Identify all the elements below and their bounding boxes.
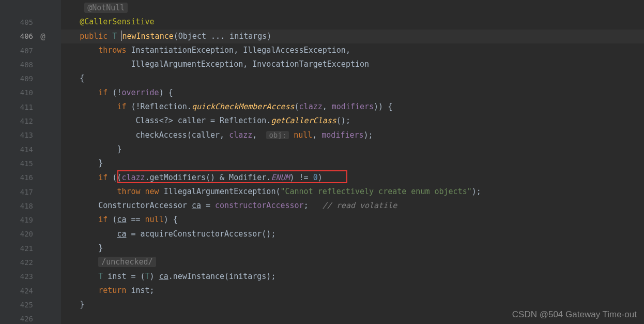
line-num: 410 xyxy=(0,89,50,97)
code: ( xyxy=(295,102,299,111)
constant: ENUM xyxy=(271,173,289,182)
code: , xyxy=(323,102,332,111)
watermark-text: CSDN @504 Gateway Time-out xyxy=(512,310,637,320)
code: (! xyxy=(108,88,121,97)
line-num: 413 xyxy=(0,131,50,139)
code-editor[interactable]: 405 406@ 407 408 409 410 411 412 413 414… xyxy=(0,0,644,324)
type-param: T xyxy=(112,32,117,41)
code-line: if (!Reflection.quickCheckMemberAccess(c… xyxy=(61,100,644,114)
line-num: 422 xyxy=(0,258,50,267)
line-num: 415 xyxy=(0,159,50,168)
code-line: ConstructorAccessor ca = constructorAcce… xyxy=(61,199,644,213)
line-num: 411 xyxy=(0,103,50,111)
comment: // read volatile xyxy=(323,201,397,210)
field: modifiers xyxy=(321,130,363,140)
code: checkAccess(caller, xyxy=(136,130,229,140)
code: == xyxy=(126,215,145,224)
annotation: @CallerSensitive xyxy=(80,17,155,26)
line-num: 424 xyxy=(0,287,50,295)
keyword: if xyxy=(98,88,108,97)
code-line: if (ca == null) { xyxy=(61,213,644,227)
line-num: 412 xyxy=(0,117,50,125)
params: (Object ... initargs) xyxy=(174,32,272,41)
field: override xyxy=(121,88,159,97)
brace: } xyxy=(117,144,121,154)
brace: } xyxy=(98,243,103,253)
code-line: } xyxy=(61,241,644,255)
keyword: return xyxy=(98,286,126,295)
line-number-gutter: 405 406@ 407 408 409 410 411 412 413 414… xyxy=(0,0,50,324)
variable: ca xyxy=(117,229,126,239)
code-line-active: public T newInstance(Object ... initargs… xyxy=(61,30,644,43)
code: inst = ( xyxy=(103,272,145,281)
code-line: throw new IllegalArgumentException("Cann… xyxy=(61,185,644,199)
number: 0 xyxy=(313,173,318,182)
code: ( xyxy=(108,215,117,224)
code-line: @NotNull xyxy=(61,1,644,15)
keyword: if xyxy=(98,173,108,182)
keyword: throw new xyxy=(117,187,159,196)
code-line: } xyxy=(61,156,644,170)
keyword: if xyxy=(98,215,108,224)
line-num: 408 xyxy=(0,61,50,69)
field: constructorAccessor xyxy=(215,201,304,210)
code: ConstructorAccessor xyxy=(98,201,192,210)
code: = acquireConstructorAccessor(); xyxy=(126,229,275,239)
line-num: 416 xyxy=(0,173,50,182)
line-num: 407 xyxy=(0,47,50,55)
exceptions: IllegalArgumentException, InvocationTarg… xyxy=(131,60,369,69)
code: ) { xyxy=(159,88,173,97)
variable: ca xyxy=(159,272,168,281)
field: clazz xyxy=(229,130,252,140)
code-line: { xyxy=(61,71,644,85)
code: = xyxy=(201,201,215,210)
code-line: return inst; xyxy=(61,284,644,298)
code-line: if ((clazz.getModifiers() & Modifier.ENU… xyxy=(61,171,644,185)
code: ) { xyxy=(164,215,178,224)
code-line: if (!override) { xyxy=(61,86,644,100)
keyword: throws xyxy=(98,46,126,55)
keyword: public xyxy=(80,32,108,41)
exceptions: InstantiationException, IllegalAccessExc… xyxy=(131,46,350,55)
code-line: ca = acquireConstructorAccessor(); xyxy=(61,227,644,241)
param-hint: obj: xyxy=(266,131,289,139)
line-num: 423 xyxy=(0,272,50,281)
brace: } xyxy=(80,300,84,309)
field: clazz xyxy=(121,173,145,182)
annotation-notnull: @NotNull xyxy=(84,3,128,13)
code-content[interactable]: @NotNull @CallerSensitive public T newIn… xyxy=(61,0,644,324)
field: modifiers xyxy=(332,102,374,111)
method-name: newInstance xyxy=(122,32,173,41)
line-num: 418 xyxy=(0,202,50,210)
code: ) xyxy=(150,272,159,281)
override-marker-icon[interactable]: @ xyxy=(40,32,45,41)
string: "Cannot reflectively create enum objects… xyxy=(280,187,471,196)
code-line: } xyxy=(61,142,644,156)
code-line: throws InstantiationException, IllegalAc… xyxy=(61,43,644,57)
line-num: 420 xyxy=(0,230,50,238)
keyword: null xyxy=(145,215,164,224)
code: .newInstance(initargs); xyxy=(168,272,276,281)
type: T xyxy=(98,272,103,281)
code: ); xyxy=(364,130,373,140)
code: , xyxy=(312,130,321,140)
code-line: @CallerSensitive xyxy=(61,15,644,29)
line-num: 425 xyxy=(0,301,50,309)
brace: } xyxy=(98,158,103,168)
code-line: Class<?> caller = Reflection.getCallerCl… xyxy=(61,114,644,128)
code: (( xyxy=(108,173,121,182)
variable: ca xyxy=(192,201,201,210)
static-method: quickCheckMemberAccess xyxy=(192,102,295,111)
line-num: 419 xyxy=(0,216,50,224)
line-num: 421 xyxy=(0,244,50,253)
code-line: checkAccess(caller, clazz, obj: null, mo… xyxy=(61,128,644,142)
code: , xyxy=(252,130,262,140)
code: ) xyxy=(318,173,323,182)
fold-margin xyxy=(50,0,61,324)
code: ; xyxy=(304,201,323,210)
code: Class<?> caller = Reflection. xyxy=(136,116,271,125)
code: .getModifiers() & Modifier. xyxy=(145,173,271,182)
field: clazz xyxy=(299,102,323,111)
code: ) != xyxy=(290,173,313,182)
code-line: /unchecked/ xyxy=(61,255,644,269)
